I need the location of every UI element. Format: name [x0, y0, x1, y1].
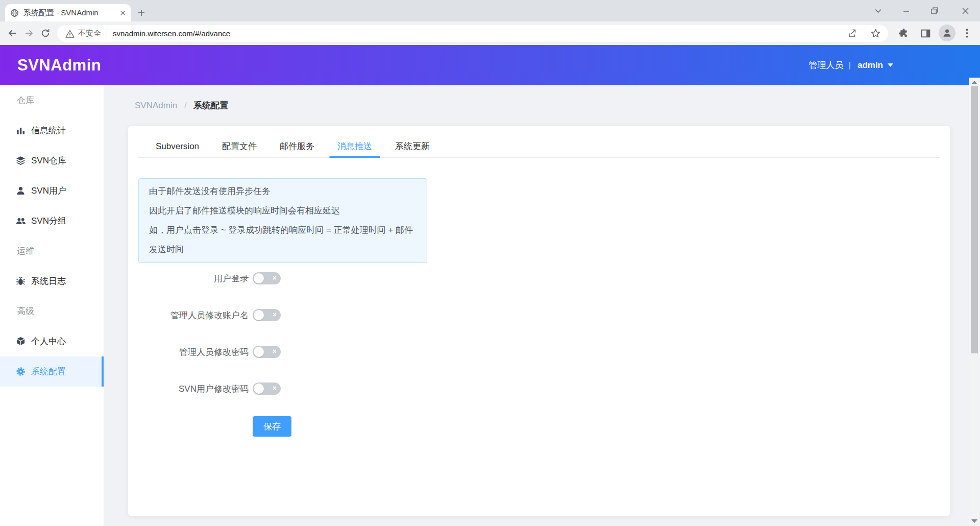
address-bar[interactable]: 不安全 svnadmin.witersen.com/#/advance	[57, 25, 888, 42]
sidebar-item-svn-groups[interactable]: SVN分组	[0, 206, 104, 236]
alert-line: 因此开启了邮件推送模块的响应时间会有相应延迟	[149, 201, 416, 221]
save-row: 保存	[138, 416, 940, 437]
url-divider	[107, 29, 107, 38]
tab-title: 系统配置 - SVNAdmin	[23, 8, 115, 18]
form-row-user-login: 用户登录 ×	[138, 266, 940, 291]
box-icon	[16, 337, 26, 346]
info-alert: 由于邮件发送没有使用异步任务 因此开启了邮件推送模块的响应时间会有相应延迟 如，…	[138, 178, 427, 263]
sidebar: 仓库 信息统计 SVN仓库 SVN用户	[0, 85, 104, 526]
url-text[interactable]: svnadmin.witersen.com/#/advance	[113, 29, 847, 38]
svn-user-password-toggle[interactable]: ×	[253, 382, 281, 395]
sidebar-item-personal-center[interactable]: 个人中心	[0, 326, 104, 356]
security-warning-icon[interactable]	[65, 30, 75, 38]
scrollbar-up-arrow-icon[interactable]	[971, 81, 977, 84]
browser-menu-dots-icon[interactable]	[961, 28, 972, 39]
scrollbar-down-arrow-icon[interactable]	[971, 519, 977, 523]
breadcrumb-current: 系统配置	[193, 101, 228, 110]
form-row-admin-rename: 管理人员修改账户名 ×	[138, 303, 940, 327]
toggle-off-x-icon: ×	[273, 309, 277, 321]
sidebar-item-label: SVN用户	[31, 185, 66, 197]
window-close-button[interactable]	[960, 6, 970, 16]
back-icon[interactable]	[7, 28, 17, 38]
form-row-svn-user-password: SVN用户修改密码 ×	[138, 376, 940, 401]
sidebar-item-label: 信息统计	[31, 125, 66, 136]
sidebar-section-repos: 仓库	[0, 85, 104, 115]
browser-tabstrip: 系统配置 - SVNAdmin	[0, 0, 980, 21]
sidebar-item-svn-users[interactable]: SVN用户	[0, 176, 104, 206]
switch-label: 管理人员修改账户名	[138, 309, 253, 321]
sidebar-item-label: SVN分组	[31, 215, 66, 227]
settings-tabs: Subversion 配置文件 邮件服务 消息推送 系统更新	[138, 136, 940, 158]
window-restore-button[interactable]	[929, 6, 940, 16]
admin-rename-toggle[interactable]: ×	[253, 309, 281, 321]
breadcrumb-separator: /	[184, 101, 187, 110]
form-row-admin-password: 管理人员修改密码 ×	[138, 340, 940, 364]
bookmark-star-icon[interactable]	[870, 28, 881, 39]
header-user-area: 管理人员 | admin	[809, 59, 893, 71]
toggle-off-x-icon: ×	[273, 272, 277, 284]
toggle-knob	[254, 384, 264, 394]
sidebar-section-ops: 运维	[0, 236, 104, 266]
tab-message-push[interactable]: 消息推送	[329, 136, 380, 157]
side-panel-icon[interactable]	[920, 28, 931, 39]
save-button[interactable]: 保存	[253, 416, 291, 437]
gear-icon	[16, 367, 26, 376]
sidebar-item-statistics[interactable]: 信息统计	[0, 115, 104, 146]
sidebar-item-svn-repos[interactable]: SVN仓库	[0, 146, 104, 176]
toggle-knob	[254, 273, 264, 283]
admin-password-toggle[interactable]: ×	[253, 346, 281, 358]
sidebar-section-advanced: 高级	[0, 296, 104, 326]
browser-toolbar: 不安全 svnadmin.witersen.com/#/advance	[0, 21, 980, 45]
alert-line: 如，用户点击登录 ~ 登录成功跳转的响应时间 = 正常处理时间 + 邮件发送时间	[149, 221, 416, 259]
sidebar-item-system-log[interactable]: 系统日志	[0, 266, 104, 296]
user-dropdown-caret-icon[interactable]	[888, 63, 893, 67]
tab-mail-service[interactable]: 邮件服务	[272, 136, 323, 157]
header-username[interactable]: admin	[857, 60, 883, 70]
users-icon	[16, 216, 26, 226]
app-body: 仓库 信息统计 SVN仓库 SVN用户	[0, 85, 980, 526]
tab-search-chevron-icon[interactable]	[873, 6, 883, 16]
profile-avatar[interactable]	[939, 25, 955, 41]
toggle-off-x-icon: ×	[273, 346, 277, 357]
page-scrollbar[interactable]	[969, 78, 980, 526]
reload-icon[interactable]	[40, 28, 51, 38]
share-icon[interactable]	[847, 29, 857, 38]
user-login-toggle[interactable]: ×	[253, 272, 281, 284]
header-divider: |	[849, 60, 851, 70]
breadcrumb: SVNAdmin / 系统配置	[135, 100, 950, 110]
sidebar-item-label: 系统配置	[31, 366, 66, 377]
alert-line: 由于邮件发送没有使用异步任务	[149, 182, 416, 201]
tab-config-file[interactable]: 配置文件	[214, 136, 265, 157]
sidebar-item-label: 个人中心	[31, 336, 66, 347]
app-logo: SVNAdmin	[17, 56, 101, 75]
globe-favicon-icon	[10, 9, 19, 17]
tab-close-icon[interactable]	[120, 10, 126, 16]
switch-label: 管理人员修改密码	[138, 346, 253, 358]
switch-label: 用户登录	[138, 273, 253, 284]
toggle-knob	[254, 310, 264, 320]
main-content: SVNAdmin / 系统配置 Subversion 配置文件 邮件服务 消息推…	[104, 85, 980, 526]
tab-subversion[interactable]: Subversion	[148, 136, 207, 157]
user-icon	[16, 186, 26, 196]
settings-card: Subversion 配置文件 邮件服务 消息推送 系统更新 由于邮件发送没有使…	[128, 126, 950, 516]
window-minimize-button[interactable]	[901, 6, 911, 16]
switch-label: SVN用户修改密码	[138, 383, 253, 395]
browser-chrome: 系统配置 - SVNAdmin	[0, 0, 980, 45]
sidebar-item-label: 系统日志	[31, 275, 66, 287]
sidebar-item-system-config[interactable]: 系统配置	[0, 356, 104, 387]
toggle-off-x-icon: ×	[273, 382, 277, 394]
app-header: SVNAdmin 管理人员 | admin	[0, 45, 980, 85]
new-tab-button[interactable]	[135, 6, 148, 19]
svnadmin-page: SVNAdmin 管理人员 | admin 仓库 信息统计 SVN仓	[0, 45, 980, 526]
browser-tab[interactable]: 系统配置 - SVNAdmin	[5, 4, 131, 21]
breadcrumb-root[interactable]: SVNAdmin	[135, 101, 177, 110]
toggle-knob	[254, 347, 264, 357]
push-settings-form: 用户登录 × 管理人员修改账户名 × 管理人	[138, 266, 940, 437]
sidebar-item-label: SVN仓库	[31, 155, 66, 166]
tab-system-update[interactable]: 系统更新	[387, 136, 438, 157]
security-label: 不安全	[78, 29, 101, 38]
scrollbar-thumb[interactable]	[971, 86, 978, 353]
forward-icon[interactable]	[24, 28, 34, 38]
extensions-puzzle-icon[interactable]	[898, 28, 909, 39]
header-role-label: 管理人员	[809, 59, 844, 71]
